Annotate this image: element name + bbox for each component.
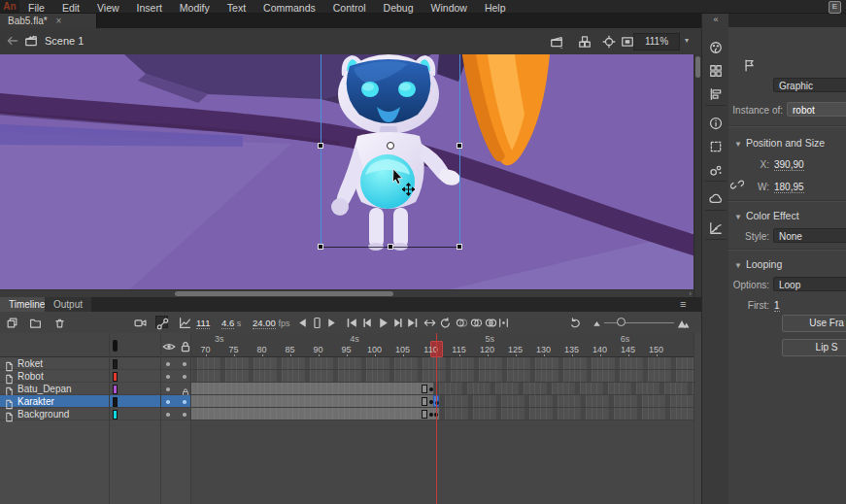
onion-skin-icon[interactable] xyxy=(456,316,468,328)
frame-row-robot[interactable] xyxy=(191,370,694,383)
go-first-icon[interactable] xyxy=(346,316,358,328)
current-frame-value[interactable]: 111 xyxy=(196,318,210,328)
layer-outline-color-swatch[interactable] xyxy=(113,410,118,420)
selection-handle[interactable] xyxy=(457,143,462,149)
layer-outline-color-swatch[interactable] xyxy=(113,359,118,369)
document-tab[interactable]: Bab5.fla* × xyxy=(0,14,97,28)
frame-rate-value[interactable]: 24.00 fps xyxy=(253,318,289,328)
layer-visibility-dot[interactable] xyxy=(166,413,170,417)
close-icon[interactable]: × xyxy=(56,17,62,26)
elapsed-time-value[interactable]: 4.6 s xyxy=(221,318,241,328)
section-position-size[interactable]: ▼Position and Size xyxy=(734,137,825,149)
camera-icon[interactable] xyxy=(134,316,147,328)
selection-handle[interactable] xyxy=(318,244,323,250)
layer-outline-color-swatch[interactable] xyxy=(113,385,118,394)
lock-icon[interactable] xyxy=(179,340,189,351)
section-looping[interactable]: ▼Looping xyxy=(734,258,782,270)
tab-output[interactable]: Output xyxy=(45,297,91,312)
frame-indicator-icon[interactable] xyxy=(311,316,323,328)
use-frame-picker-button[interactable]: Use Fra xyxy=(782,315,846,332)
brush-icon[interactable] xyxy=(709,163,723,177)
layer-row-background[interactable]: Background xyxy=(0,408,191,420)
swatches-icon[interactable] xyxy=(709,64,723,78)
frame-row-karakter[interactable] xyxy=(191,395,694,408)
menu-window[interactable]: Window xyxy=(423,2,476,14)
creative-cloud-icon[interactable] xyxy=(709,192,723,206)
menu-file[interactable]: File xyxy=(19,2,53,14)
motion-editor-icon[interactable] xyxy=(709,221,723,235)
timeline-zoom-slider[interactable] xyxy=(604,322,674,323)
step-forward-frame-icon[interactable] xyxy=(391,316,404,328)
layer-outline-color-swatch[interactable] xyxy=(113,372,118,382)
x-value[interactable]: 390,90 xyxy=(774,159,804,171)
frame-row-background[interactable] xyxy=(191,408,694,420)
eye-icon[interactable] xyxy=(162,340,173,351)
frame-row-roket[interactable] xyxy=(191,357,694,370)
center-stage-icon[interactable] xyxy=(602,35,616,49)
span-end-marker[interactable] xyxy=(422,410,427,419)
keyframe-dot[interactable] xyxy=(429,387,433,391)
scene-name[interactable]: Scene 1 xyxy=(45,35,84,47)
color-icon[interactable] xyxy=(709,41,723,54)
layer-visibility-dot[interactable] xyxy=(166,375,170,379)
new-layer-icon[interactable] xyxy=(6,316,18,328)
parenting-view-icon[interactable] xyxy=(155,316,168,328)
stage-zoom-select[interactable]: 111% xyxy=(633,33,680,50)
selection-handle[interactable] xyxy=(457,244,462,250)
go-last-icon[interactable] xyxy=(406,316,419,328)
menu-help[interactable]: Help xyxy=(476,2,515,14)
layer-visibility-dot[interactable] xyxy=(166,400,170,404)
stage-canvas[interactable] xyxy=(0,54,694,297)
menu-debug[interactable]: Debug xyxy=(375,2,423,14)
menu-view[interactable]: View xyxy=(88,2,128,14)
selection-handle[interactable] xyxy=(318,143,323,149)
span-end-marker[interactable] xyxy=(422,385,427,393)
clip-content-icon[interactable] xyxy=(621,35,634,49)
selection-right-edge[interactable] xyxy=(459,54,460,248)
layer-lock-dot[interactable] xyxy=(183,413,186,417)
layer-row-robot[interactable]: Robot xyxy=(0,370,191,383)
step-forward-icon[interactable] xyxy=(325,316,338,328)
w-value[interactable]: 180,95 xyxy=(774,182,804,193)
play-icon[interactable] xyxy=(377,316,389,328)
align-icon[interactable] xyxy=(709,87,723,101)
instance-name-field[interactable]: robot xyxy=(787,102,846,117)
layer-visibility-dot[interactable] xyxy=(166,362,170,366)
graph-icon[interactable] xyxy=(179,316,191,328)
layer-row-batu_depan[interactable]: Batu_Depan xyxy=(0,383,191,395)
zoom-frames-large-icon[interactable] xyxy=(677,316,690,328)
keyframe-dot[interactable] xyxy=(429,413,433,417)
workspace-button[interactable]: E xyxy=(829,1,841,14)
first-frame-value[interactable]: 1 xyxy=(774,300,780,312)
layer-outline-color-swatch[interactable] xyxy=(113,397,118,407)
section-color-effect[interactable]: ▼Color Effect xyxy=(734,210,799,221)
collapse-panels-icon[interactable]: « xyxy=(702,15,729,24)
zoom-frames-small-icon[interactable] xyxy=(591,316,603,328)
lock-icon[interactable] xyxy=(181,384,190,393)
menu-insert[interactable]: Insert xyxy=(128,2,171,14)
menu-text[interactable]: Text xyxy=(219,2,254,14)
scrollbar-thumb[interactable] xyxy=(175,291,393,296)
keyframe-dot[interactable] xyxy=(429,400,433,404)
frames-grid[interactable] xyxy=(191,333,694,504)
center-frame-icon[interactable] xyxy=(423,316,436,328)
layer-row-roket[interactable]: Roket xyxy=(0,357,191,370)
symbol-type-select[interactable]: Graphic xyxy=(773,78,846,92)
chevron-down-icon[interactable]: ▾ xyxy=(680,33,694,49)
delete-icon[interactable] xyxy=(53,316,66,328)
new-folder-icon[interactable] xyxy=(29,316,42,328)
panel-menu-icon[interactable]: ≡ xyxy=(680,297,686,312)
style-select[interactable]: None xyxy=(773,228,846,243)
selection-handle[interactable] xyxy=(388,244,393,250)
menu-control[interactable]: Control xyxy=(324,2,375,14)
menu-modify[interactable]: Modify xyxy=(171,2,219,14)
selection-left-edge[interactable] xyxy=(321,54,321,248)
layer-lock-dot[interactable] xyxy=(183,375,186,379)
modify-markers-icon[interactable] xyxy=(497,316,510,328)
step-back-icon[interactable] xyxy=(296,316,309,328)
playhead-line[interactable] xyxy=(436,333,438,504)
timeline-zoom-slider-knob[interactable] xyxy=(617,318,626,326)
loop-icon[interactable] xyxy=(439,316,452,328)
app-logo[interactable]: An xyxy=(0,0,19,13)
info-icon[interactable] xyxy=(709,117,723,130)
